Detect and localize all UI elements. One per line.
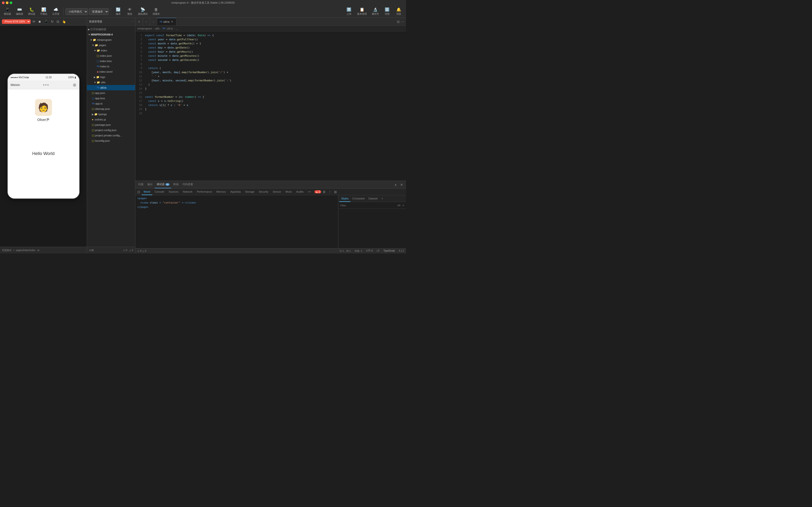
devtools-tab-appdata[interactable]: AppData xyxy=(229,188,243,195)
nav-action-btn[interactable]: ⊕ xyxy=(73,82,77,88)
visualize-button[interactable]: 📊 可视化 xyxy=(38,6,49,17)
tree-item-util-ts[interactable]: TS util.ts xyxy=(87,85,135,90)
outline-label[interactable]: 大纲 xyxy=(89,249,94,252)
tree-item-pages[interactable]: ▼ 📁 pages xyxy=(87,43,135,48)
notify-button[interactable]: 🔔 消息 xyxy=(394,6,404,17)
split-editor-btn[interactable]: ⊟ xyxy=(397,20,400,24)
test-button[interactable]: 🔬 测试号 xyxy=(370,6,381,17)
devtools-tab-storage[interactable]: Storage xyxy=(243,188,256,195)
mode-select[interactable]: 小程序模式 xyxy=(65,8,88,15)
devtools-tab-memory[interactable]: Memory xyxy=(215,188,228,195)
upload-button[interactable]: ⬆️ 上传 xyxy=(344,6,354,17)
filetree-menu-icon[interactable]: ⋯ xyxy=(131,20,133,23)
section-tab-terminal[interactable]: 终端 xyxy=(171,181,181,188)
devtools-tab-console[interactable]: Console xyxy=(153,188,166,195)
nav-back-btn[interactable]: ← xyxy=(143,18,150,25)
tree-item-logs[interactable]: ▶ 📁 logs xyxy=(87,74,135,80)
copy-path-icon[interactable]: ⧉ xyxy=(38,249,39,252)
cloud-button[interactable]: ☁️ 云开发 xyxy=(50,6,61,17)
more-actions-btn[interactable]: ⋯ xyxy=(401,20,404,24)
tree-item-utils[interactable]: ▼ 📁 utils xyxy=(87,80,135,85)
tree-item-project-config[interactable]: { } project.config.json xyxy=(87,127,135,133)
real-device-button[interactable]: 📡 真机调试 xyxy=(136,6,150,17)
device-select[interactable]: iPhone 6/7/8 100% xyxy=(2,19,31,24)
less-icon: { } xyxy=(97,60,99,62)
compile-select[interactable]: 普通编译 xyxy=(89,8,109,15)
devtools-undock-btn[interactable]: ⊞ xyxy=(333,189,338,194)
nav-forward-btn[interactable]: → xyxy=(150,18,157,25)
tree-item-index-less[interactable]: { } index.less xyxy=(87,58,135,64)
styles-add-btn[interactable]: + xyxy=(402,204,404,207)
devtools-expand-btn[interactable]: ∧ xyxy=(394,182,398,187)
language-mode[interactable]: TypeScript xyxy=(384,249,395,253)
minimize-button[interactable] xyxy=(6,1,8,4)
maximize-button[interactable] xyxy=(10,1,12,4)
version-button[interactable]: 📋 版本管理 xyxy=(355,6,369,17)
simulator-button[interactable]: 📱 模拟器 xyxy=(2,6,13,17)
editor-button[interactable]: ⌨️ 编辑器 xyxy=(14,6,25,17)
styles-filter-input[interactable] xyxy=(340,204,395,207)
code-editor[interactable]: 12345 678910 1112131415 1617181920 expor… xyxy=(135,32,406,181)
screenshot-button[interactable]: ⊡ xyxy=(56,19,60,24)
wxml-panel[interactable]: <page> <view class = "container" >-</vie… xyxy=(135,195,338,248)
breadcrumb-utils[interactable]: utils xyxy=(155,27,160,30)
devtools-inspect-btn[interactable]: ⊡ xyxy=(136,190,141,194)
record-button[interactable]: ⏺ xyxy=(37,19,42,24)
phone-icon-btn[interactable]: 📱 xyxy=(43,19,49,24)
section-tab-code-quality[interactable]: 代码质量 xyxy=(181,181,195,188)
tab-close-btn[interactable]: ✕ xyxy=(170,20,174,23)
compile-button[interactable]: 🔄 编译 xyxy=(113,6,123,17)
code-content[interactable]: export const formatTime = (date: Date) =… xyxy=(144,32,406,181)
tree-item-eslintrc[interactable]: ● .eslintrc.js xyxy=(87,117,135,122)
rotate-button[interactable]: ↻ xyxy=(50,19,55,24)
devtools-tab-wxml[interactable]: Wxml xyxy=(142,188,152,195)
devtools-settings-btn[interactable]: ⚙ xyxy=(322,189,327,194)
section-tab-debugger[interactable]: 调试器 2 xyxy=(155,181,171,188)
tree-item-tsconfig[interactable]: { } tsconfig.json xyxy=(87,138,135,144)
tree-item-package-json[interactable]: { } package.json xyxy=(87,122,135,127)
styles-tab-dataset[interactable]: Dataset xyxy=(367,195,379,202)
sidebar-toggle-btn[interactable]: ≡ xyxy=(135,18,143,25)
tree-item-app-json[interactable]: { } app.json xyxy=(87,90,135,96)
tree-item-app-ts[interactable]: TS app.ts xyxy=(87,101,135,106)
styles-tab-styles[interactable]: Styles xyxy=(339,195,350,202)
devtools-tab-audits[interactable]: Audits xyxy=(294,188,306,195)
close-button[interactable] xyxy=(2,1,5,4)
touch-button[interactable]: 👆 xyxy=(61,19,67,24)
preview-button[interactable]: 👁 预览 xyxy=(124,6,135,17)
open-editors-section[interactable]: ▶ 打开的编辑器 xyxy=(87,26,135,32)
tree-item-typings[interactable]: ▶ 📁 typings xyxy=(87,112,135,117)
tree-item-index-folder[interactable]: ▼ 📁 index xyxy=(87,48,135,53)
detail-button[interactable]: ℹ️ 详情 xyxy=(382,6,393,17)
project-root[interactable]: ▼ MINIPROGRAM-4 xyxy=(87,32,135,37)
devtools-tab-more[interactable]: >> xyxy=(306,188,313,195)
clear-cache-button[interactable]: 🗑 清缓存 xyxy=(151,6,162,17)
devtools-tab-mock[interactable]: Mock xyxy=(284,188,294,195)
devtools-tab-security[interactable]: Security xyxy=(257,188,270,195)
styles-cls-label[interactable]: .cls xyxy=(397,204,400,207)
nav-menu-dots[interactable]: ••• xyxy=(43,83,49,87)
devtools-close-btn[interactable]: ✕ xyxy=(399,182,404,187)
devtools-tab-network[interactable]: Network xyxy=(181,188,194,195)
filetree-content[interactable]: ▶ 打开的编辑器 ▼ MINIPROGRAM-4 ▼ 📁 miniprogram… xyxy=(87,25,135,247)
devtools-tab-sources[interactable]: Sources xyxy=(167,188,180,195)
styles-tab-computed[interactable]: Computed xyxy=(350,195,367,202)
devtools-tab-sensor[interactable]: Sensor xyxy=(271,188,283,195)
breadcrumb-util-ts[interactable]: util.ts xyxy=(167,27,173,30)
tree-item-index-wxml[interactable]: ◈ index.wxml xyxy=(87,69,135,74)
tree-item-sitemap[interactable]: { } sitemap.json xyxy=(87,106,135,112)
breadcrumb-miniprogram[interactable]: miniprogram xyxy=(137,27,152,30)
devtools-tab-performance[interactable]: Performance xyxy=(195,188,214,195)
tree-item-index-json[interactable]: { } index.json xyxy=(87,53,135,58)
section-tab-issues[interactable]: 问题 xyxy=(136,181,146,188)
devtools-more-btn[interactable]: ⋮ xyxy=(327,189,333,194)
tree-item-app-less[interactable]: { } app.less xyxy=(87,96,135,101)
tree-item-project-private[interactable]: { } project.private.config... xyxy=(87,133,135,138)
section-tab-output[interactable]: 输出 xyxy=(146,181,155,188)
reload-button[interactable]: ⟳ xyxy=(32,19,36,24)
styles-tab-more[interactable]: > xyxy=(379,195,385,202)
tree-item-miniprogram[interactable]: ▼ 📁 miniprogram xyxy=(87,37,135,43)
tree-item-index-ts[interactable]: TS index.ts xyxy=(87,64,135,69)
editor-tab-util-ts[interactable]: TS util.ts ✕ xyxy=(157,18,176,25)
debugger-button[interactable]: 🐛 调试器 xyxy=(26,6,37,17)
